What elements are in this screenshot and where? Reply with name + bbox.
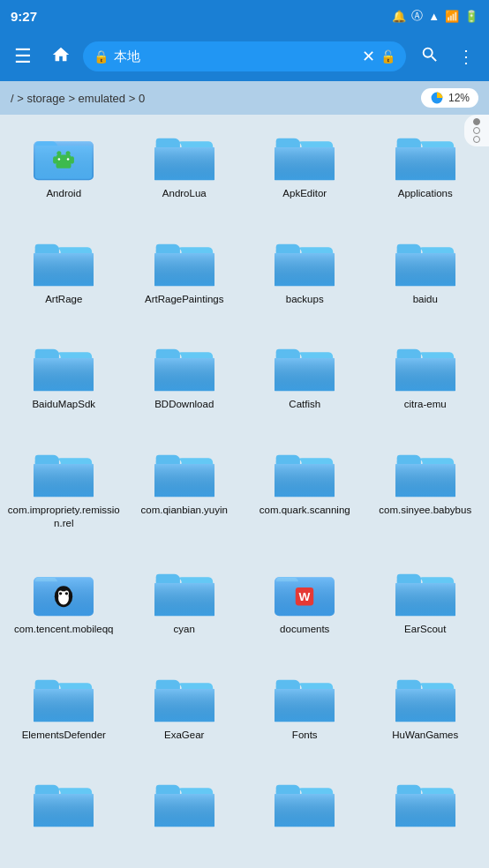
user-icon: Ⓐ (411, 8, 423, 24)
list-item[interactable]: com.tencent.mobileqq (4, 557, 124, 663)
svg-text:W: W (299, 590, 311, 603)
search-button[interactable] (413, 38, 447, 76)
list-item[interactable]: ArtRagePaintings (124, 228, 245, 333)
file-label: ApkEditor (282, 187, 327, 200)
folder-icon: W (275, 566, 335, 619)
folder-icon (34, 447, 94, 500)
list-item[interactable]: com.quark.scanning (244, 438, 365, 557)
file-label: HuWanGames (392, 729, 458, 742)
top-bar: ☰ 🔒 本地 ✕ 🔓 ⋮ (0, 32, 489, 81)
list-item[interactable]: Fonts (244, 663, 365, 769)
list-item[interactable]: com.qianbian.yuyin (124, 438, 245, 557)
folder-icon (395, 236, 455, 289)
list-item[interactable] (4, 768, 124, 861)
folder-icon (395, 777, 455, 830)
svg-rect-4 (56, 154, 71, 168)
storage-percent: 12% (448, 92, 470, 104)
file-label: com.quark.scanning (260, 504, 350, 517)
breadcrumb: / > storage > emulated > 0 (11, 92, 145, 105)
list-item[interactable]: Catfish (244, 333, 365, 438)
file-label: backups (286, 293, 324, 306)
folder-icon (275, 131, 335, 183)
scroll-dot-2 (473, 127, 480, 134)
folder-icon (154, 447, 214, 500)
list-item[interactable]: Android (4, 122, 124, 228)
folder-icon (154, 672, 214, 725)
folder-icon (34, 566, 94, 619)
battery-text: 🔋 (464, 10, 478, 23)
list-item[interactable]: backups (244, 228, 365, 333)
folder-icon (154, 341, 214, 394)
folder-icon (275, 672, 335, 725)
status-icons: 🔔 Ⓐ ▲ 📶 🔋 (392, 8, 478, 24)
folder-icon (275, 236, 335, 289)
folder-icon (395, 566, 455, 619)
status-time: 9:27 (11, 9, 37, 24)
scroll-indicator (464, 115, 489, 146)
file-label: documents (280, 623, 329, 636)
folder-icon (154, 566, 214, 619)
menu-button[interactable]: ☰ (7, 38, 39, 75)
list-item[interactable]: W documents (244, 557, 365, 663)
file-label: AndroLua (162, 187, 207, 200)
svg-rect-10 (71, 156, 74, 164)
wifi-icon: ▲ (428, 10, 440, 23)
list-item[interactable] (365, 768, 486, 861)
folder-icon (275, 447, 335, 500)
file-label: Catfish (289, 398, 320, 411)
list-item[interactable]: AndroLua (124, 122, 245, 228)
file-label: Fonts (292, 729, 318, 742)
list-item[interactable]: ArtRage (4, 228, 124, 333)
notification-icon: 🔔 (392, 10, 406, 23)
list-item[interactable]: baidu (365, 228, 486, 333)
pie-chart-icon (430, 91, 444, 105)
svg-point-17 (59, 592, 62, 595)
file-label: ElementsDefender (22, 729, 106, 742)
folder-icon (395, 672, 455, 725)
file-label: com.tencent.mobileqq (14, 623, 114, 636)
folder-icon (34, 672, 94, 725)
file-grid: Android AndroLua (0, 115, 489, 868)
location-pill[interactable]: 🔒 本地 ✕ 🔓 (83, 41, 406, 71)
folder-icon (34, 341, 94, 394)
file-label: ExaGear (164, 729, 204, 742)
list-item[interactable]: ApkEditor (244, 122, 365, 228)
home-button[interactable] (46, 40, 76, 74)
folder-icon (154, 777, 214, 830)
file-label: Android (46, 187, 81, 200)
svg-point-8 (67, 158, 70, 161)
shield-icon: 🔓 (380, 49, 395, 64)
file-label: ArtRage (45, 293, 82, 306)
status-bar: 9:27 🔔 Ⓐ ▲ 📶 🔋 (0, 0, 489, 32)
folder-icon (34, 236, 94, 289)
list-item[interactable]: ElementsDefender (4, 663, 124, 769)
list-item[interactable]: ExaGear (124, 663, 245, 769)
folder-icon (34, 777, 94, 830)
top-bar-actions: ⋮ (413, 38, 482, 76)
list-item[interactable] (124, 768, 245, 861)
list-item[interactable]: BaiduMapSdk (4, 333, 124, 438)
folder-icon (395, 341, 455, 394)
file-label: BDDownload (154, 398, 214, 411)
list-item[interactable]: HuWanGames (365, 663, 486, 769)
signal-icon: 📶 (445, 10, 459, 23)
folder-icon (395, 447, 455, 500)
scroll-dot-3 (473, 136, 480, 143)
list-item[interactable]: citra-emu (365, 333, 486, 438)
svg-rect-9 (53, 156, 56, 164)
file-label: baidu (413, 293, 438, 306)
folder-icon (275, 777, 335, 830)
list-item[interactable]: BDDownload (124, 333, 245, 438)
close-button[interactable]: ✕ (362, 47, 375, 66)
list-item[interactable] (244, 768, 365, 861)
folder-icon (395, 131, 455, 183)
more-button[interactable]: ⋮ (450, 39, 482, 74)
list-item[interactable]: EarScout (365, 557, 486, 663)
file-label: ArtRagePaintings (145, 293, 224, 306)
file-label: EarScout (404, 623, 446, 636)
folder-icon (154, 236, 214, 289)
folder-icon (275, 341, 335, 394)
list-item[interactable]: com.sinyee.babybus (365, 438, 486, 557)
list-item[interactable]: com.impropriety.remission.rel (4, 438, 124, 557)
list-item[interactable]: cyan (124, 557, 245, 663)
